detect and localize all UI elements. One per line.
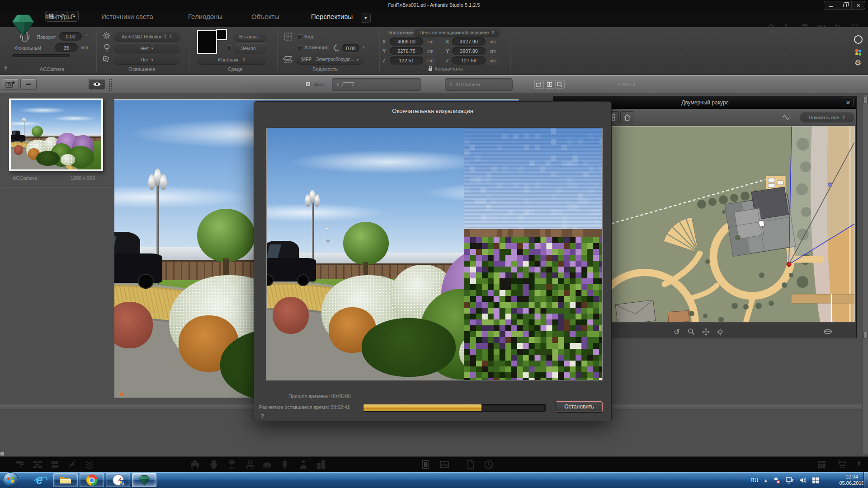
artlantis-taskbar-button[interactable] xyxy=(132,473,156,487)
drag-handle[interactable] xyxy=(108,78,113,91)
camera-x-field[interactable]: 4006.00 xyxy=(390,38,423,46)
show-all-select[interactable]: Показать все⇕ xyxy=(800,112,854,122)
render-sphere-icon[interactable] xyxy=(854,35,863,44)
vehicle-icon[interactable] xyxy=(262,460,272,469)
background-color-swatch[interactable] xyxy=(197,30,217,54)
ground-button[interactable]: Земля... xyxy=(235,43,266,53)
target-y-field[interactable]: 3907.80 xyxy=(452,47,486,55)
restore-button[interactable] xyxy=(838,1,851,9)
menu-item-perspectives[interactable]: Перспективы xyxy=(311,13,353,20)
auto-checkbox[interactable]: ✓ xyxy=(306,82,311,87)
camera-preview-thumbnail[interactable] xyxy=(9,99,103,171)
trowel-icon[interactable] xyxy=(67,460,77,469)
target-x-field[interactable]: 4927.90 xyxy=(452,38,486,46)
camera-target-marker[interactable] xyxy=(828,183,832,187)
show-desktop-button[interactable] xyxy=(863,472,868,488)
activation-angle-field[interactable]: 0.00 xyxy=(342,44,359,52)
foreground-color-swatch[interactable] xyxy=(216,29,227,40)
vase-icon[interactable] xyxy=(209,460,219,469)
door-icon[interactable] xyxy=(420,460,430,469)
focal-slider[interactable] xyxy=(12,54,70,57)
volume-icon[interactable] xyxy=(799,477,807,484)
stop-render-button[interactable]: Остановить xyxy=(556,401,603,412)
zoom-button[interactable] xyxy=(687,327,696,336)
add-camera-button[interactable] xyxy=(2,79,19,90)
language-indicator[interactable]: RU xyxy=(750,477,758,483)
start-button[interactable] xyxy=(3,472,18,488)
view-checkbox[interactable] xyxy=(297,34,302,39)
pavement-icon[interactable] xyxy=(50,460,60,469)
position-mode-select[interactable]: Цель на неподвижной вершине⇕ xyxy=(414,28,500,37)
focal-unit[interactable]: mm xyxy=(79,43,90,52)
elevation-view-button[interactable] xyxy=(620,111,634,123)
lights-select[interactable]: Нет▾ xyxy=(114,43,180,53)
scrollbar-thumb[interactable] xyxy=(863,97,868,104)
utility-app-button[interactable] xyxy=(106,473,130,487)
perspectives-dropdown-button[interactable]: ▼ xyxy=(361,14,371,23)
dialog-help-icon[interactable]: ? xyxy=(260,413,264,419)
heliodon-select[interactable]: ArchiCAD Heliodon 1⇕ xyxy=(114,32,180,41)
window-link-button[interactable] xyxy=(555,80,565,89)
layer-select[interactable]: ;МЕР - Электрооборудо...▾ xyxy=(296,55,363,64)
zoom-pan-button[interactable] xyxy=(716,327,725,336)
close-button[interactable]: × xyxy=(851,1,865,9)
shop-cart-icon[interactable] xyxy=(837,460,847,469)
menu-item-lights[interactable]: Источники света xyxy=(101,13,153,20)
fps-indicator[interactable]: 8 FPS ▾ xyxy=(618,82,635,88)
camera-y-field[interactable]: 2276.75 xyxy=(390,47,423,55)
lamp-icon[interactable] xyxy=(227,460,237,469)
catalog-help-icon[interactable]: ? xyxy=(857,461,861,468)
wave-path-icon[interactable] xyxy=(782,114,790,121)
brick-wall-icon[interactable] xyxy=(33,460,42,469)
target-z-field[interactable]: 127.58 xyxy=(452,56,486,65)
catalog-grid-icon[interactable] xyxy=(816,460,826,469)
vanity-table-icon[interactable] xyxy=(245,460,255,469)
picture-icon[interactable] xyxy=(439,460,449,469)
get-windows10-icon[interactable] xyxy=(812,477,819,484)
ground-checkbox[interactable] xyxy=(227,45,232,50)
armchair-icon[interactable] xyxy=(190,460,200,469)
buildings-icon[interactable] xyxy=(316,460,326,469)
gear-icon[interactable]: ⚙ xyxy=(854,59,861,67)
scrollbar-thumb[interactable] xyxy=(863,332,868,339)
plant-leaf-icon[interactable] xyxy=(280,460,290,469)
file-explorer-button[interactable] xyxy=(53,473,78,487)
visibility-eye-button[interactable] xyxy=(89,79,105,89)
activation-checkbox[interactable] xyxy=(297,45,302,50)
taskbar-clock[interactable]: 12:04 05.06.2016 xyxy=(839,474,864,486)
water-waves-icon[interactable] xyxy=(85,460,95,469)
rotation-field[interactable]: 0.00 xyxy=(59,32,82,41)
view-filter-select[interactable]: ⇕ xyxy=(332,78,421,91)
palette-icon[interactable] xyxy=(853,47,863,58)
shaders-paint-roller-icon[interactable] xyxy=(15,460,25,469)
document-icon[interactable] xyxy=(466,460,476,469)
focal-field[interactable]: 35 xyxy=(55,43,78,52)
section-plane-button[interactable] xyxy=(823,327,832,336)
remove-camera-button[interactable] xyxy=(20,79,37,90)
camera-z-field[interactable]: 122.51 xyxy=(390,56,423,65)
menu-item-heliodons[interactable]: Гелиодоны xyxy=(188,13,222,20)
camera-select[interactable]: ⇕ ACCamera xyxy=(445,78,513,91)
network-icon[interactable] xyxy=(786,477,794,484)
window-center-button[interactable] xyxy=(545,80,554,89)
window-export-button[interactable] xyxy=(534,80,544,89)
rotation-unit[interactable]: ° xyxy=(83,32,90,41)
help-icon[interactable]: ? xyxy=(4,65,7,72)
chrome-button[interactable] xyxy=(80,473,104,487)
clock-icon[interactable] xyxy=(484,460,494,469)
vertical-scrollbar[interactable] xyxy=(862,95,868,454)
angle-unit[interactable]: ° xyxy=(360,44,367,52)
neon-select[interactable]: Нет▾ xyxy=(114,55,180,64)
tray-expand-icon[interactable]: ▲ xyxy=(764,478,768,483)
camera-position-marker[interactable] xyxy=(787,262,791,267)
minimize-button[interactable] xyxy=(824,1,838,9)
undo-view-button[interactable]: ↺ xyxy=(672,327,681,336)
menu-item-shaders[interactable]: Фактуры xyxy=(45,13,72,20)
pan-button[interactable] xyxy=(701,327,710,336)
internet-explorer-button[interactable]: e xyxy=(30,474,49,487)
person-icon[interactable] xyxy=(298,460,308,469)
menu-item-objects[interactable]: Объекты xyxy=(251,13,279,20)
2d-panel-close-button[interactable]: × xyxy=(843,98,854,107)
insert-button[interactable]: Вставка... xyxy=(235,32,266,41)
action-center-flag-icon[interactable] xyxy=(773,477,780,484)
